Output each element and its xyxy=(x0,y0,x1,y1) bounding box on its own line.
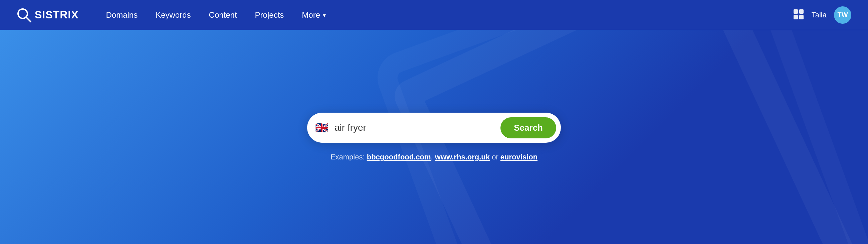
chevron-down-icon: ▾ xyxy=(323,12,326,19)
search-button[interactable]: Search xyxy=(500,117,556,138)
svg-rect-5 xyxy=(799,15,804,19)
main-content: 🇬🇧 Search Examples: bbcgoodfood.com, www… xyxy=(0,30,868,244)
grid-icon[interactable] xyxy=(793,9,804,21)
navbar: SISTRIX Domains Keywords Content Project… xyxy=(0,0,868,30)
uk-flag-icon: 🇬🇧 xyxy=(315,121,329,134)
sistrix-logo-icon xyxy=(17,8,31,22)
nav-right: Talia TW xyxy=(793,6,851,24)
nav-link-content[interactable]: Content xyxy=(202,7,244,23)
more-label: More xyxy=(302,10,320,20)
search-box: 🇬🇧 Search xyxy=(307,113,561,143)
search-input[interactable] xyxy=(335,122,500,133)
nav-links: Domains Keywords Content Projects More ▾ xyxy=(98,7,793,23)
svg-rect-2 xyxy=(794,9,798,14)
svg-rect-3 xyxy=(799,9,804,14)
nav-link-more[interactable]: More ▾ xyxy=(294,7,333,23)
nav-link-keywords[interactable]: Keywords xyxy=(148,7,198,23)
nav-link-domains[interactable]: Domains xyxy=(98,7,145,23)
nav-link-projects[interactable]: Projects xyxy=(248,7,291,23)
svg-line-1 xyxy=(26,17,31,22)
example-link-bbc[interactable]: bbcgoodfood.com xyxy=(367,153,431,161)
examples-text: Examples: bbcgoodfood.com, www.rhs.org.u… xyxy=(331,153,537,161)
examples-prefix: Examples: xyxy=(331,153,365,161)
logo-text: SISTRIX xyxy=(35,9,79,21)
examples-or: or xyxy=(492,153,498,161)
example-link-rhs[interactable]: www.rhs.org.uk xyxy=(435,153,490,161)
search-container: 🇬🇧 Search Examples: bbcgoodfood.com, www… xyxy=(307,113,561,161)
user-name: Talia xyxy=(812,11,827,19)
logo[interactable]: SISTRIX xyxy=(17,8,79,22)
user-avatar[interactable]: TW xyxy=(834,6,851,24)
svg-rect-4 xyxy=(794,15,798,19)
example-link-eurovision[interactable]: eurovision xyxy=(500,153,537,161)
